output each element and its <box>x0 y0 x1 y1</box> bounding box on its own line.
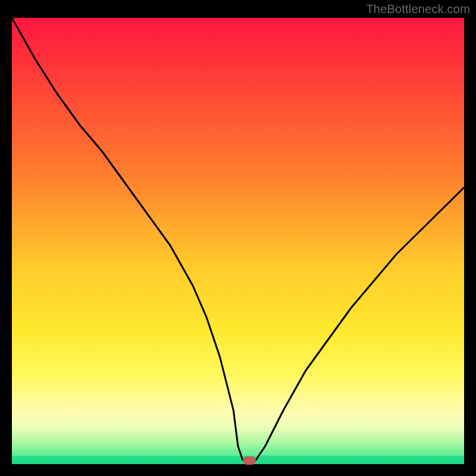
chart-frame: TheBottleneck.com <box>0 0 476 476</box>
plot-area <box>12 18 464 464</box>
watermark-text: TheBottleneck.com <box>366 2 470 16</box>
bottleneck-curve <box>12 18 464 464</box>
optimal-point-marker <box>243 456 256 465</box>
